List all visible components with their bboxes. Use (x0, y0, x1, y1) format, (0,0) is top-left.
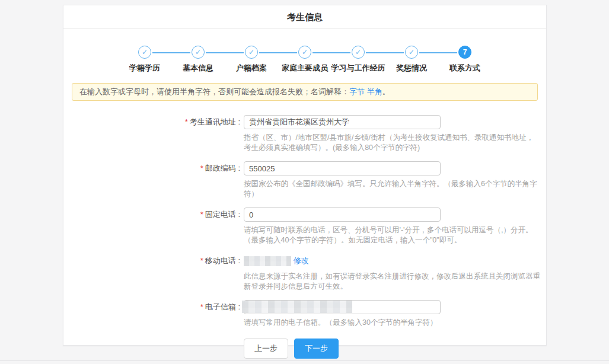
email-help-text: 请填写常用的电子信箱。（最多输入30个字节的半角字符） (244, 318, 540, 328)
page-title: 考生信息 (63, 5, 546, 29)
candidate-info-panel: 考生信息 ✓ 学籍学历 ✓ 基本信息 ✓ 户籍档案 ✓ 家庭主要成员 ✓ 学习与… (63, 5, 547, 346)
label-text: 邮政编码 (205, 164, 236, 173)
check-circle-icon: ✓ (245, 46, 258, 59)
step-label: 家庭主要成员 (282, 63, 328, 74)
stepper-connector (206, 52, 244, 53)
contact-form: *考生通讯地址 : 指省（区、市）/地市区盟/县市旗/乡镇/街村（为考生接收复试… (63, 115, 546, 359)
check-icon: ✓ (142, 48, 148, 56)
required-marker: * (200, 302, 203, 311)
step-label: 基本信息 (183, 63, 213, 74)
email-input[interactable] (244, 300, 441, 314)
field-label: *考生通讯地址 : (63, 115, 244, 153)
step-number-badge: 7 (458, 46, 471, 59)
form-buttons: 上一步 下一步 (244, 339, 546, 359)
required-marker: * (185, 117, 188, 126)
label-text: 电子信箱 (205, 302, 236, 311)
landline-input[interactable] (244, 207, 441, 222)
label-text: 考生通讯地址 (190, 117, 236, 126)
link-halfwidth-glossary[interactable]: 半角 (367, 87, 382, 96)
field-label: *固定电话 : (63, 207, 244, 245)
field-label: *移动电话 : (63, 254, 244, 292)
field-label: *邮政编码 : (63, 161, 244, 199)
landline-help-text: 请填写可随时联系的电话，区号、分机号可以用'-'分开，多个电话可以用逗号（,）分… (244, 225, 540, 245)
step-label: 学籍学历 (129, 63, 160, 74)
stepper-connector (419, 52, 457, 53)
postcode-help-text: 按国家公布的《全国邮政编码》填写。只允许输入半角字符。（最多输入6个字节的半角字… (244, 179, 540, 199)
stepper-step-experience[interactable]: ✓ 学习与工作经历 (331, 46, 385, 74)
label-text: 固定电话 (205, 210, 236, 219)
form-row-address: *考生通讯地址 : 指省（区、市）/地市区盟/县市旗/乡镇/街村（为考生接收复试… (63, 115, 546, 153)
address-input[interactable] (244, 115, 441, 129)
modify-mobile-link[interactable]: 修改 (294, 256, 309, 265)
label-colon: : (236, 210, 240, 219)
link-byte-glossary[interactable]: 字节 (349, 87, 365, 96)
check-icon: ✓ (248, 48, 254, 56)
stepper-step-contact[interactable]: 7 联系方式 (438, 46, 492, 74)
label-colon: : (236, 302, 240, 311)
next-step-button[interactable]: 下一步 (294, 339, 339, 359)
stepper-connector (313, 52, 350, 53)
wizard-stepper: ✓ 学籍学历 ✓ 基本信息 ✓ 户籍档案 ✓ 家庭主要成员 ✓ 学习与工作经历 … (63, 46, 546, 74)
postcode-input[interactable] (244, 161, 441, 175)
mobile-help-text: 此信息来源于实名注册，如有误请登录实名注册进行修改，修改后退出系统且关闭浏览器重… (244, 272, 540, 292)
required-marker: * (200, 164, 203, 173)
form-row-mobile: *移动电话 : 修改 此信息来源于实名注册，如有误请登录实名注册进行修改，修改后… (63, 254, 546, 292)
stepper-step-rewards[interactable]: ✓ 奖惩情况 (385, 46, 438, 74)
stepper-step-student-status[interactable]: ✓ 学籍学历 (118, 46, 171, 74)
stepper-step-household[interactable]: ✓ 户籍档案 (225, 46, 278, 74)
field-label: *电子信箱 : (63, 300, 244, 328)
label-colon: : (236, 256, 240, 265)
form-row-email: *电子信箱 : 请填写常用的电子信箱。（最多输入30个字节的半角字符） (63, 300, 546, 328)
check-icon: ✓ (355, 48, 361, 56)
step-label: 户籍档案 (236, 63, 267, 74)
check-circle-icon: ✓ (192, 46, 205, 59)
label-text: 移动电话 (205, 256, 236, 265)
check-icon: ✓ (302, 48, 308, 56)
check-icon: ✓ (195, 48, 201, 56)
stepper-connector (259, 52, 297, 53)
required-marker: * (200, 256, 203, 265)
stepper-connector (366, 52, 404, 53)
check-circle-icon: ✓ (405, 46, 418, 59)
footer-divider (0, 360, 609, 361)
step-number: 7 (463, 48, 467, 56)
step-label: 联系方式 (449, 63, 480, 74)
check-icon: ✓ (409, 48, 414, 56)
form-row-landline: *固定电话 : 请填写可随时联系的电话，区号、分机号可以用'-'分开，多个电话可… (63, 207, 546, 245)
address-help-text: 指省（区、市）/地市区盟/县市旗/乡镇/街村（为考生接收复试通知书、录取通知书地… (244, 133, 540, 153)
check-circle-icon: ✓ (352, 46, 365, 59)
check-circle-icon: ✓ (138, 46, 151, 59)
required-marker: * (200, 210, 203, 219)
notice-suffix: 。 (382, 87, 390, 96)
step-label: 奖惩情况 (396, 63, 427, 74)
form-row-postcode: *邮政编码 : 按国家公布的《全国邮政编码》填写。只允许输入半角字符。（最多输入… (63, 161, 546, 199)
notice-text: 在输入数字或字母时，请使用半角字符，否则可能会造成报名失败；名词解释： (79, 87, 349, 96)
stepper-step-family-members[interactable]: ✓ 家庭主要成员 (278, 46, 331, 74)
stepper-connector (152, 52, 190, 53)
redacted-mobile-number (244, 256, 291, 266)
previous-step-button[interactable]: 上一步 (244, 339, 288, 359)
label-colon: : (236, 117, 240, 126)
check-circle-icon: ✓ (298, 46, 311, 59)
halfwidth-notice-banner: 在输入数字或字母时，请使用半角字符，否则可能会造成报名失败；名词解释：字节 半角… (72, 83, 538, 101)
label-colon: : (236, 164, 240, 173)
step-label: 学习与工作经历 (331, 63, 385, 74)
stepper-step-basic-info[interactable]: ✓ 基本信息 (171, 46, 225, 74)
